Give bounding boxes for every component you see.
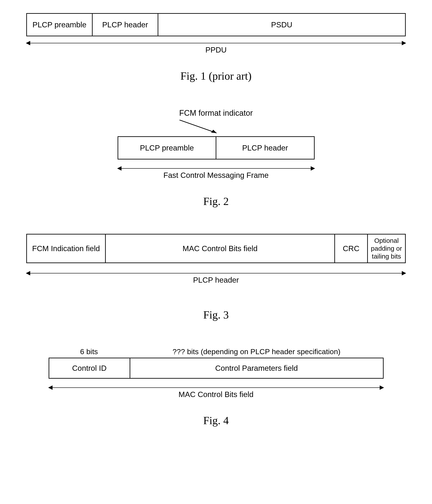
indicator-arrow-icon xyxy=(173,120,225,137)
fig4-bits-label-2: ??? bits (depending on PLCP header speci… xyxy=(130,347,384,356)
figure-1: PLCP preamble PLCP header PSDU PPDU Fig.… xyxy=(26,13,406,82)
fig3-cell-crc: CRC xyxy=(335,234,368,262)
fig3-arrow xyxy=(26,273,406,273)
fig2-caption: Fig. 2 xyxy=(26,195,406,207)
svg-line-0 xyxy=(179,120,216,133)
fig4-caption: Fig. 4 xyxy=(26,414,406,427)
fig1-caption: Fig. 1 (prior art) xyxy=(26,70,406,82)
fig4-arrow-label: MAC Control Bits field xyxy=(49,390,384,399)
figure-3: FCM Indication field MAC Control Bits fi… xyxy=(26,234,406,321)
fig1-cell-plcp-preamble: PLCP preamble xyxy=(27,14,93,36)
figure-2: FCM format indicator PLCP preamble PLCP … xyxy=(26,108,406,207)
fig4-arrow xyxy=(49,387,384,388)
fig2-cell-plcp-header: PLCP header xyxy=(216,137,314,159)
fig4-frame: Control ID Control Parameters field xyxy=(49,358,384,379)
fig4-bits-label-1: 6 bits xyxy=(49,347,130,356)
fig3-caption: Fig. 3 xyxy=(26,308,406,321)
fig3-cell-mac-control-bits: MAC Control Bits field xyxy=(106,234,335,262)
fig1-cell-psdu: PSDU xyxy=(158,14,405,36)
fig4-cell-control-id: Control ID xyxy=(49,358,130,378)
fig4-bits-labels: 6 bits ??? bits (depending on PLCP heade… xyxy=(49,347,384,356)
fig1-arrow-label: PPDU xyxy=(26,45,406,54)
fig2-arrow-label: Fast Control Messaging Frame xyxy=(118,171,315,180)
fig2-indicator-label: FCM format indicator xyxy=(118,108,315,118)
fig1-cell-plcp-header: PLCP header xyxy=(93,14,158,36)
fig3-cell-optional-padding: Optional padding or tailing bits xyxy=(368,234,405,262)
fig3-frame: FCM Indication field MAC Control Bits fi… xyxy=(26,234,406,263)
fig3-cell-fcm-indication: FCM Indication field xyxy=(27,234,106,262)
fig3-arrow-label: PLCP header xyxy=(26,276,406,284)
figure-4: 6 bits ??? bits (depending on PLCP heade… xyxy=(26,347,406,427)
fig2-cell-plcp-preamble: PLCP preamble xyxy=(118,137,216,159)
fig2-arrow xyxy=(118,168,315,169)
fig4-cell-control-parameters: Control Parameters field xyxy=(130,358,383,378)
fig2-frame: PLCP preamble PLCP header xyxy=(118,136,315,160)
fig1-frame: PLCP preamble PLCP header PSDU xyxy=(26,13,406,36)
fig1-arrow xyxy=(26,43,406,43)
